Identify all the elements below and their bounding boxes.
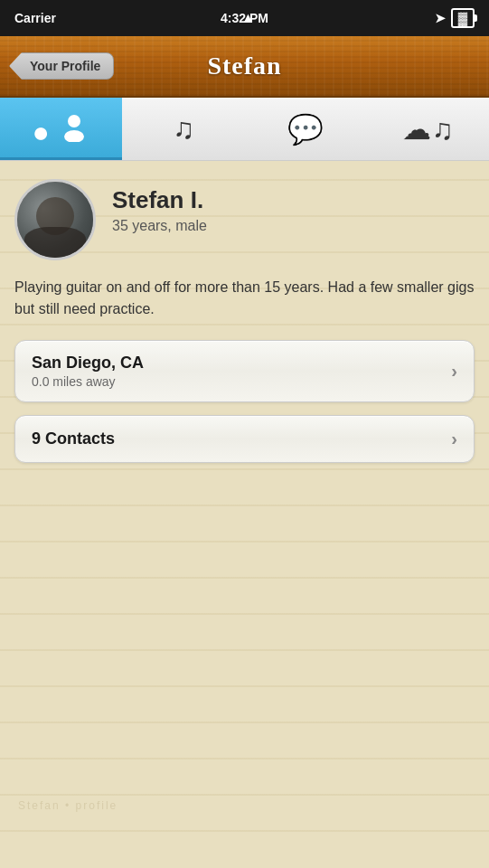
location-item[interactable]: San Diego, CA 0.0 miles away › — [14, 340, 475, 402]
bio-text: Playing guitar on and off for more than … — [14, 277, 475, 320]
status-bar: Carrier ▲ 4:32 PM ➤ ▓ — [0, 0, 489, 36]
carrier-label: Carrier — [14, 11, 56, 25]
music-icon: ♫ — [173, 112, 194, 146]
contacts-chevron: › — [451, 429, 457, 449]
location-content: San Diego, CA 0.0 miles away — [32, 354, 451, 389]
location-chevron: › — [451, 361, 457, 382]
svg-point-1 — [64, 130, 84, 142]
person-icon: ● — [33, 109, 90, 149]
contacts-label: 9 Contacts — [32, 429, 451, 448]
content-area: Stefan I. 35 years, male Playing guitar … — [0, 161, 489, 866]
profile-info: Stefan I. 35 years, male — [112, 179, 475, 234]
chat-icon: 💬 — [287, 112, 324, 146]
nav-title: Stefan — [207, 52, 281, 80]
tab-bar: ● ♫ 💬 ☁♫ — [0, 98, 489, 161]
tab-profile[interactable]: ● — [0, 98, 122, 160]
nav-bar: Your Profile Stefan — [0, 36, 489, 98]
profile-header: Stefan I. 35 years, male — [14, 179, 475, 260]
battery-icon: ▓ — [451, 8, 475, 28]
back-button[interactable]: Your Profile — [9, 52, 114, 80]
contacts-item[interactable]: 9 Contacts › — [14, 415, 475, 463]
status-icons: ➤ ▓ — [435, 8, 475, 28]
back-button-label: Your Profile — [30, 59, 100, 73]
location-city: San Diego, CA — [32, 354, 451, 373]
profile-name: Stefan I. — [112, 186, 475, 214]
profile-age: 35 years, male — [112, 218, 475, 234]
avatar — [14, 179, 96, 260]
cloud-music-icon: ☁♫ — [402, 112, 453, 146]
tab-music[interactable]: ♫ — [122, 98, 244, 160]
svg-point-0 — [68, 115, 80, 127]
avatar-image — [17, 182, 93, 258]
location-icon: ➤ — [435, 11, 446, 25]
tab-cloud[interactable]: ☁♫ — [367, 98, 489, 160]
tab-chat[interactable]: 💬 — [245, 98, 367, 160]
contacts-content: 9 Contacts — [32, 429, 451, 448]
location-distance: 0.0 miles away — [32, 374, 451, 389]
status-time: 4:32 PM — [221, 11, 268, 25]
